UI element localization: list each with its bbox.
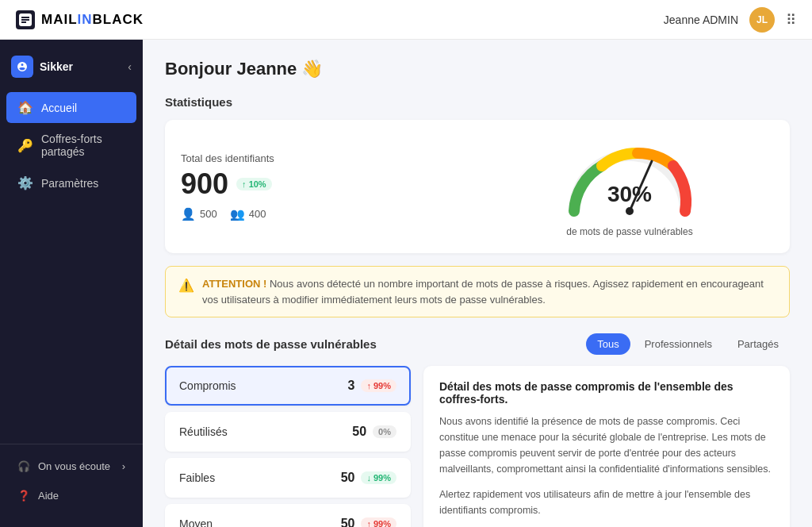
gauge-value: 30% <box>607 182 652 207</box>
sidebar-brand: Sikker <box>11 56 73 78</box>
vuln-content: Compromis 3 ↑ 99% Réutilisés 50 0% <box>165 366 790 527</box>
sidebar-item-coffres-label: Coffres-forts partagés <box>41 133 125 158</box>
vuln-item-moyen-label: Moyen <box>179 517 213 527</box>
main-content: Bonjour Jeanne 👋 Statistiques Total des … <box>143 40 812 527</box>
topbar-right: Jeanne ADMIN JL ⠿ <box>664 7 796 33</box>
sidebar-nav: 🏠 Accueil 🔑 Coffres-forts partagés ⚙️ Pa… <box>0 90 143 444</box>
group-icon: 👥 <box>230 207 245 221</box>
filter-tab-tous[interactable]: Tous <box>586 333 630 355</box>
vuln-list: Compromis 3 ↑ 99% Réutilisés 50 0% <box>165 366 411 527</box>
vuln-item-faibles-right: 50 ↓ 99% <box>341 471 396 485</box>
vuln-item-compromis[interactable]: Compromis 3 ↑ 99% <box>165 366 411 406</box>
user-avatar: JL <box>749 7 775 33</box>
alert-strong: ATTENTION ! <box>202 278 266 290</box>
sidebar-item-parametres-label: Paramètres <box>41 177 98 190</box>
gear-icon: ⚙️ <box>17 175 33 190</box>
alert-box: ⚠️ ATTENTION ! Nous avons détecté un nom… <box>165 266 790 317</box>
home-icon: 🏠 <box>17 100 33 115</box>
vuln-item-compromis-label: Compromis <box>179 379 236 392</box>
logo-icon <box>16 10 35 29</box>
sidebar: Sikker ‹ 🏠 Accueil 🔑 Coffres-forts parta… <box>0 40 143 527</box>
stats-total-value: 900 <box>181 167 228 201</box>
detail-title: Détail des mots de passe compromis de l'… <box>439 380 774 406</box>
sidebar-footer: 🎧 On vous écoute › ❓ Aide <box>0 444 143 517</box>
sidebar-item-parametres[interactable]: ⚙️ Paramètres <box>6 167 136 198</box>
vuln-moyen-badge: ↑ 99% <box>361 517 396 527</box>
sidebar-item-ecoute-label: On vous écoute <box>38 460 110 472</box>
detail-desc2: Alertez rapidement vos utilisateurs afin… <box>439 487 774 518</box>
sidebar-item-accueil[interactable]: 🏠 Accueil <box>6 92 136 123</box>
stats-left: Total des identifiants 900 ↑ 10% 👤 500 👥… <box>181 152 469 221</box>
question-icon: ❓ <box>17 490 30 502</box>
vuln-compromis-badge: ↑ 99% <box>361 379 396 392</box>
grid-icon[interactable]: ⠿ <box>786 11 796 29</box>
user-name: Jeanne ADMIN <box>664 13 738 26</box>
vuln-reutilises-count: 50 <box>352 425 366 439</box>
gauge-svg <box>558 136 701 223</box>
sidebar-item-coffres[interactable]: 🔑 Coffres-forts partagés <box>6 125 136 166</box>
brand-icon <box>11 56 33 78</box>
vuln-faibles-count: 50 <box>341 471 355 485</box>
vuln-item-reutilises-label: Réutilisés <box>179 425 228 438</box>
vuln-item-moyen[interactable]: Moyen 50 ↑ 99% <box>165 504 411 527</box>
vuln-faibles-badge: ↓ 99% <box>361 471 396 484</box>
sidebar-brand-label: Sikker <box>40 60 73 73</box>
shared-count: 👥 400 <box>230 207 266 221</box>
stats-section-title: Statistiques <box>165 95 790 109</box>
vuln-item-reutilises-right: 50 0% <box>352 425 396 439</box>
sidebar-item-accueil-label: Accueil <box>41 102 77 114</box>
alert-text: ATTENTION ! Nous avons détecté un nombre… <box>202 276 776 307</box>
stats-growth-badge: ↑ 10% <box>236 178 272 190</box>
sidebar-collapse-button[interactable]: ‹ <box>128 60 132 73</box>
vuln-header: Détail des mots de passe vulnérables Tou… <box>165 333 790 355</box>
chevron-right-icon: › <box>122 460 125 472</box>
key-icon: 🔑 <box>17 138 33 153</box>
headphone-icon: 🎧 <box>17 460 30 472</box>
vuln-section-title: Détail des mots de passe vulnérables <box>165 337 377 351</box>
topbar: MAILINBLACK Jeanne ADMIN JL ⠿ <box>0 0 812 40</box>
stats-total-label: Total des identifiants <box>181 152 469 164</box>
personal-value: 500 <box>200 208 217 220</box>
sidebar-item-ecoute[interactable]: 🎧 On vous écoute › <box>6 452 136 480</box>
detail-desc1: Nous avons identifié la présence de mots… <box>439 414 774 477</box>
filter-tabs: Tous Professionnels Partagés <box>586 333 790 355</box>
person-icon: 👤 <box>181 207 196 221</box>
logo-text: MAILINBLACK <box>41 12 144 28</box>
vuln-item-faibles-label: Faibles <box>179 471 215 484</box>
sidebar-header: Sikker ‹ <box>0 49 143 90</box>
sidebar-item-aide-label: Aide <box>38 490 59 502</box>
topbar-logo: MAILINBLACK <box>16 10 144 29</box>
gauge-chart: 30% <box>558 136 701 223</box>
svg-point-2 <box>626 207 634 215</box>
stats-total-number: 900 ↑ 10% <box>181 167 469 201</box>
vuln-compromis-count: 3 <box>348 379 355 393</box>
stats-breakdown: 👤 500 👥 400 <box>181 207 469 221</box>
stats-card: Total des identifiants 900 ↑ 10% 👤 500 👥… <box>165 120 790 253</box>
filter-tab-partages[interactable]: Partagés <box>726 333 790 355</box>
vuln-item-reutilises[interactable]: Réutilisés 50 0% <box>165 412 411 452</box>
gauge-label: de mots de passe vulnérables <box>566 226 692 237</box>
vuln-moyen-count: 50 <box>341 517 355 527</box>
vuln-reutilises-badge: 0% <box>373 425 396 438</box>
filter-tab-professionnels[interactable]: Professionnels <box>634 333 723 355</box>
vuln-item-moyen-right: 50 ↑ 99% <box>341 517 396 527</box>
alert-body: Nous avons détecté un nombre important d… <box>202 278 764 306</box>
stats-right: 30% de mots de passe vulnérables <box>485 136 774 237</box>
detail-panel: Détail des mots de passe compromis de l'… <box>423 366 790 527</box>
vuln-item-faibles[interactable]: Faibles 50 ↓ 99% <box>165 458 411 498</box>
personal-count: 👤 500 <box>181 207 217 221</box>
alert-icon: ⚠️ <box>178 278 194 293</box>
vuln-item-compromis-right: 3 ↑ 99% <box>348 379 396 393</box>
shared-value: 400 <box>249 208 266 220</box>
vuln-section: Détail des mots de passe vulnérables Tou… <box>165 333 790 527</box>
page-title: Bonjour Jeanne 👋 <box>165 59 790 79</box>
sidebar-item-aide[interactable]: ❓ Aide <box>6 482 136 510</box>
